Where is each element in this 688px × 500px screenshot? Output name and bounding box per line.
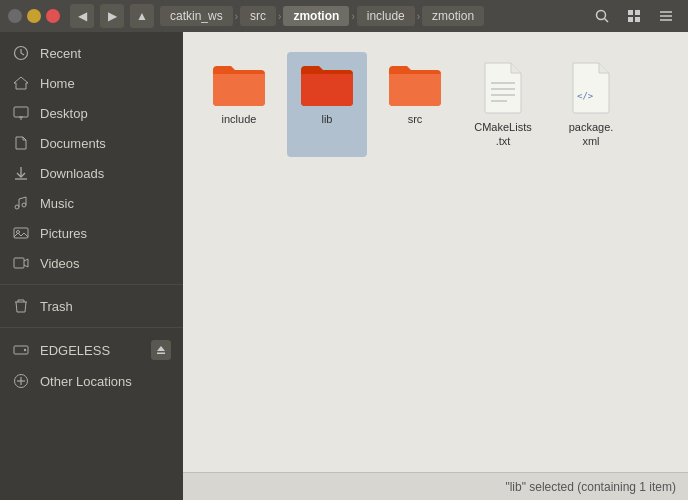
file-name-src: src [408,112,423,126]
main-content: Recent Home Desktop Documents Downloads [0,32,688,500]
forward-button[interactable]: ▶ [100,4,124,28]
file-item-cmakelists[interactable]: CMakeLists.txt [463,52,543,157]
svg-point-0 [597,11,606,20]
maximize-button[interactable] [8,9,22,23]
breadcrumb-sep-4: › [415,11,422,22]
sidebar-item-trash[interactable]: Trash [0,291,183,321]
sidebar-label-other-locations: Other Locations [40,374,132,389]
folder-icon-src [387,60,443,108]
minimize-button[interactable] [27,9,41,23]
status-bar: "lib" selected (containing 1 item) [183,472,688,500]
breadcrumb-catkin-ws[interactable]: catkin_ws [160,6,233,26]
sidebar-divider-1 [0,284,183,285]
folder-icon-lib [299,60,355,108]
sidebar-label-home: Home [40,76,75,91]
search-button[interactable] [588,2,616,30]
close-button[interactable] [46,9,60,23]
view-icon [627,9,641,23]
downloads-icon [12,164,30,182]
svg-rect-20 [14,258,24,268]
drive-icon [12,341,30,359]
file-grid: include lib [183,32,688,472]
file-name-include: include [222,112,257,126]
sidebar-item-documents[interactable]: Documents [0,128,183,158]
sidebar-item-music[interactable]: Music [0,188,183,218]
sidebar-label-recent: Recent [40,46,81,61]
up-button[interactable]: ▲ [130,4,154,28]
svg-rect-4 [628,17,633,22]
trash-icon [12,297,30,315]
breadcrumb-sep-3: › [349,11,356,22]
search-icon [595,9,609,23]
sidebar-item-pictures[interactable]: Pictures [0,218,183,248]
videos-icon [12,254,30,272]
svg-rect-5 [635,17,640,22]
sidebar-item-home[interactable]: Home [0,68,183,98]
file-item-src[interactable]: src [375,52,455,157]
svg-point-22 [24,349,26,351]
sidebar-item-desktop[interactable]: Desktop [0,98,183,128]
sidebar-label-downloads: Downloads [40,166,104,181]
recent-icon [12,44,30,62]
eject-icon [155,344,167,356]
xml-file-icon: </> [567,60,615,116]
breadcrumb-sep-2: › [276,11,283,22]
music-icon [12,194,30,212]
sidebar-label-videos: Videos [40,256,80,271]
breadcrumb-zmotion[interactable]: zmotion [283,6,349,26]
sidebar-item-recent[interactable]: Recent [0,38,183,68]
svg-line-1 [605,19,609,23]
file-name-lib: lib [321,112,332,126]
file-item-lib[interactable]: lib [287,52,367,157]
menu-button[interactable] [652,2,680,30]
breadcrumb-zmotion2[interactable]: zmotion [422,6,484,26]
sidebar-item-videos[interactable]: Videos [0,248,183,278]
sidebar-item-edgeless[interactable]: EDGELESS [0,334,183,366]
text-file-icon [479,60,527,116]
file-item-package[interactable]: </> package.xml [551,52,631,157]
breadcrumb: catkin_ws › src › zmotion › include › zm… [160,6,578,26]
svg-text:</>: </> [577,91,594,101]
documents-icon [12,134,30,152]
sidebar-label-desktop: Desktop [40,106,88,121]
home-icon [12,74,30,92]
window-controls [8,9,60,23]
svg-rect-24 [157,353,165,355]
desktop-icon [12,104,30,122]
svg-rect-2 [628,10,633,15]
svg-point-17 [22,203,26,207]
pictures-icon [12,224,30,242]
eject-button[interactable] [151,340,171,360]
sidebar-label-pictures: Pictures [40,226,87,241]
sidebar-label-documents: Documents [40,136,106,151]
hamburger-icon [659,9,673,23]
file-area: include lib [183,32,688,500]
sidebar-label-edgeless: EDGELESS [40,343,110,358]
breadcrumb-include[interactable]: include [357,6,415,26]
file-name-cmakelists: CMakeLists.txt [474,120,531,149]
sidebar-item-downloads[interactable]: Downloads [0,158,183,188]
back-button[interactable]: ◀ [70,4,94,28]
sidebar: Recent Home Desktop Documents Downloads [0,32,183,500]
svg-marker-23 [157,346,165,351]
breadcrumb-src[interactable]: src [240,6,276,26]
sidebar-divider-2 [0,327,183,328]
svg-rect-3 [635,10,640,15]
view-toggle-button[interactable] [620,2,648,30]
titlebar: ◀ ▶ ▲ catkin_ws › src › zmotion › includ… [0,0,688,32]
file-item-include[interactable]: include [199,52,279,157]
svg-rect-11 [14,107,28,117]
add-location-icon [12,372,30,390]
file-name-package: package.xml [569,120,614,149]
sidebar-label-music: Music [40,196,74,211]
sidebar-item-other-locations[interactable]: Other Locations [0,366,183,396]
breadcrumb-sep-1: › [233,11,240,22]
status-text: "lib" selected (containing 1 item) [505,480,676,494]
svg-marker-10 [14,77,28,89]
svg-point-16 [15,205,19,209]
sidebar-label-trash: Trash [40,299,73,314]
folder-icon-include [211,60,267,108]
titlebar-actions [588,2,680,30]
